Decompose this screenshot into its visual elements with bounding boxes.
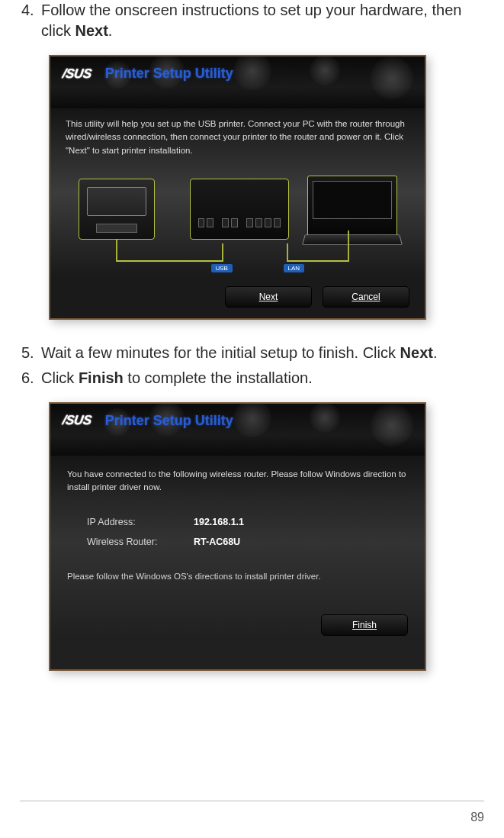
step-5: 5. Wait a few minutes for the initial se… [21,343,483,363]
step-number: 4. [21,0,41,41]
finish-instruction: You have connected to the following wire… [67,468,408,495]
router-value: RT-AC68U [194,537,240,547]
asus-logo: /SUS [62,66,92,82]
ip-label: IP Address: [87,517,194,527]
step-number: 5. [21,343,41,363]
footer-rule [20,801,484,801]
page-number: 89 [470,811,484,824]
usb-tag: USB [211,264,233,272]
step-text: Follow the onscreen instructions to set … [41,0,483,41]
step-text: Wait a few minutes for the initial setup… [41,343,437,363]
step-number: 6. [21,368,41,388]
ip-value: 192.168.1.1 [194,517,244,527]
next-button[interactable]: Next [225,286,312,308]
screenshot-finish: /SUS Printer Setup Utility You have conn… [49,402,426,671]
step-6: 6. Click Finish to complete the installa… [21,368,483,388]
cancel-button[interactable]: Cancel [323,286,409,308]
utility-title: Printer Setup Utility [105,66,233,82]
setup-instruction: This utility will help you set up the US… [66,118,409,157]
cable-lines [74,171,402,274]
step-4: 4. Follow the onscreen instructions to s… [21,0,483,41]
lan-tag: LAN [284,264,305,272]
asus-logo: /SUS [62,413,92,428]
screenshot-setup: /SUS Printer Setup Utility This utility … [49,55,426,320]
screenshot-titlebar: /SUS Printer Setup Utility [50,404,425,456]
screenshot-titlebar: /SUS Printer Setup Utility [50,56,425,108]
finish-button[interactable]: Finish [321,614,408,636]
router-label: Wireless Router: [87,537,194,547]
utility-title: Printer Setup Utility [105,413,233,429]
ip-row: IP Address: 192.168.1.1 [87,517,408,527]
step-text: Click Finish to complete the installatio… [41,368,313,388]
connection-diagram: USB LAN [74,171,402,274]
router-row: Wireless Router: RT-AC68U [87,537,408,547]
driver-note: Please follow the Windows OS's direction… [67,572,408,581]
